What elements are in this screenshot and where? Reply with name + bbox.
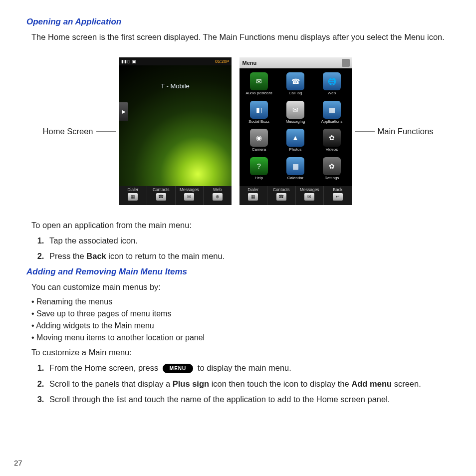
- app-icon: ▲: [286, 129, 304, 147]
- app-icon: ?: [250, 157, 268, 175]
- app-label: Calendar: [278, 176, 313, 180]
- app-icon: ✿: [323, 157, 341, 175]
- open-step-2: Press the Back icon to return to the mai…: [46, 251, 454, 261]
- home-screen-caption: Home Screen: [43, 127, 93, 136]
- app-label: Settings: [314, 176, 350, 180]
- app-videos[interactable]: ✿Videos: [314, 128, 350, 155]
- app-label: Call log: [278, 91, 313, 95]
- app-label: Photos: [278, 147, 313, 152]
- messages-icon: ✉: [304, 193, 314, 201]
- app-settings[interactable]: ✿Settings: [314, 156, 350, 184]
- bullet-item: Adding widgets to the Main menu: [31, 321, 454, 330]
- customize-step-2: Scroll to the panels that display a Plus…: [46, 379, 454, 389]
- open-intro: To open an application from the main men…: [31, 220, 454, 231]
- app-call-log[interactable]: ☎Call log: [278, 71, 313, 99]
- app-label: Audio postcard: [241, 91, 277, 95]
- connector-right: [355, 131, 375, 132]
- connector-left: [96, 131, 116, 132]
- app-icon: ☎: [286, 72, 304, 90]
- app-icon: ✿: [323, 129, 341, 147]
- softkey-contacts-2[interactable]: Contacts☎: [267, 186, 296, 205]
- open-step-1: Tap the associated icon.: [46, 236, 454, 245]
- menu-header: Menu: [239, 57, 352, 68]
- app-label: Camera: [241, 147, 277, 152]
- customize-intro: You can customize main menus by:: [31, 282, 454, 292]
- dialer-icon: ▦: [128, 193, 138, 201]
- customize-steps-intro: To customize a Main menu:: [31, 347, 454, 358]
- menu-title: Menu: [242, 57, 257, 68]
- menu-button-pill: MENU: [163, 364, 193, 373]
- page-number: 27: [14, 459, 22, 467]
- app-applications[interactable]: ▦Applications: [314, 100, 350, 127]
- bullet-item: Save up to three pages of menu items: [31, 309, 454, 318]
- home-softkey-bar: Dialer▦ Contacts☎ Messages✉ Web⊕: [119, 186, 232, 205]
- web-icon: ⊕: [213, 193, 223, 201]
- app-help[interactable]: ?Help: [241, 156, 277, 184]
- status-time: 05:20P: [215, 59, 230, 64]
- grid-view-icon[interactable]: [342, 59, 350, 67]
- menu-screen-mock: Menu ✉Audio postcard☎Call log🌐Web◧Social…: [239, 57, 352, 205]
- app-label: Help: [241, 176, 277, 180]
- bullet-item: Moving menu items to another location or…: [31, 333, 454, 342]
- softkey-messages-2[interactable]: Messages✉: [296, 186, 324, 205]
- signal-icon: ▮▮▯ ▣: [121, 59, 137, 64]
- dialer-icon: ▦: [248, 193, 258, 201]
- app-label: Social Buzz: [241, 119, 277, 124]
- softkey-dialer[interactable]: Dialer▦: [119, 186, 148, 205]
- app-web[interactable]: 🌐Web: [314, 71, 350, 99]
- app-icon: 🌐: [323, 72, 341, 90]
- app-label: Applications: [314, 119, 350, 124]
- widget-tab-icon[interactable]: ▶: [119, 102, 128, 121]
- status-bar: ▮▮▯ ▣ 05:20P: [119, 57, 232, 65]
- app-icon: ▦: [286, 157, 304, 175]
- softkey-dialer-2[interactable]: Dialer▦: [239, 186, 268, 205]
- app-photos[interactable]: ▲Photos: [278, 128, 313, 155]
- app-icon: ◉: [250, 129, 268, 147]
- apps-grid: ✉Audio postcard☎Call log🌐Web◧Social Buzz…: [239, 68, 352, 186]
- customize-bullets: Renaming the menusSave up to three pages…: [31, 297, 454, 342]
- softkey-messages[interactable]: Messages✉: [176, 186, 204, 205]
- back-icon: ↩: [333, 193, 343, 201]
- app-social-buzz[interactable]: ◧Social Buzz: [241, 100, 277, 127]
- app-icon: ✉: [286, 101, 304, 119]
- messages-icon: ✉: [184, 193, 194, 201]
- contacts-icon: ☎: [156, 193, 166, 201]
- softkey-contacts[interactable]: Contacts☎: [147, 186, 176, 205]
- app-icon: ✉: [250, 72, 268, 90]
- section-heading-opening: Opening an Application: [26, 17, 454, 27]
- section-heading-adding: Adding and Removing Main Menu Items: [26, 267, 454, 277]
- app-calendar[interactable]: ▦Calendar: [278, 156, 313, 184]
- figure-row: Home Screen ▮▮▯ ▣ 05:20P T - Mobile ▶ Di…: [22, 57, 454, 205]
- app-messaging[interactable]: ✉Messaging: [278, 100, 313, 127]
- contacts-icon: ☎: [276, 193, 286, 201]
- intro-paragraph: The Home screen is the first screen disp…: [31, 32, 454, 42]
- main-functions-caption: Main Functions: [378, 127, 434, 136]
- app-icon: ▦: [323, 101, 341, 119]
- app-label: Messaging: [278, 119, 313, 124]
- app-label: Web: [314, 91, 350, 95]
- customize-step-3: Scroll through the list and touch the na…: [46, 395, 454, 404]
- customize-steps: From the Home screen, press MENU to disp…: [46, 363, 454, 404]
- app-camera[interactable]: ◉Camera: [241, 128, 277, 155]
- open-steps: Tap the associated icon. Press the Back …: [46, 236, 454, 261]
- customize-step-1: From the Home screen, press MENU to disp…: [46, 363, 454, 373]
- softkey-web[interactable]: Web⊕: [204, 186, 232, 205]
- app-icon: ◧: [250, 101, 268, 119]
- app-label: Videos: [314, 147, 350, 152]
- bullet-item: Renaming the menus: [31, 297, 454, 306]
- softkey-back[interactable]: Back↩: [324, 186, 352, 205]
- home-screen-mock: ▮▮▯ ▣ 05:20P T - Mobile ▶ Dialer▦ Contac…: [119, 57, 232, 205]
- app-audio-postcard[interactable]: ✉Audio postcard: [241, 71, 277, 99]
- menu-softkey-bar: Dialer▦ Contacts☎ Messages✉ Back↩: [239, 186, 352, 205]
- carrier-text: T - Mobile: [119, 82, 232, 90]
